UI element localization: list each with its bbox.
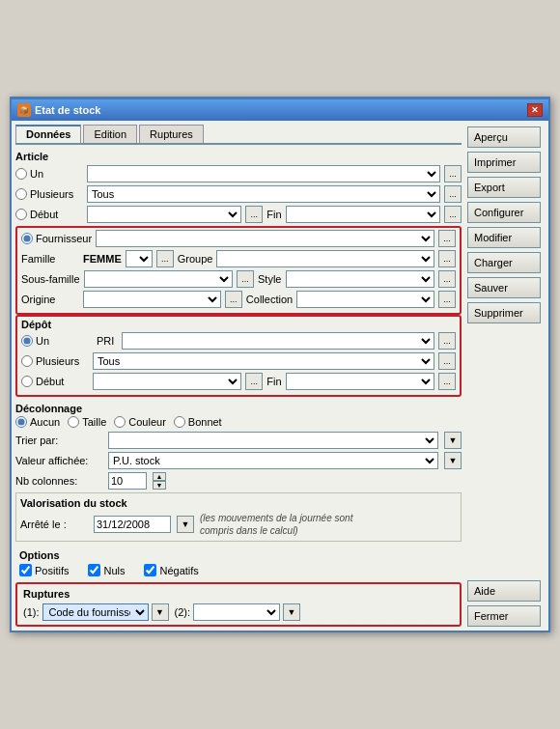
collection-dots[interactable]: ...: [438, 291, 456, 308]
right-panel: Aperçu Imprimer Export Configurer Modifi…: [467, 125, 545, 627]
article-plusieurs-select[interactable]: Tous: [87, 185, 440, 203]
positifs-checkbox[interactable]: [19, 564, 32, 576]
content-area: Données Edition Ruptures Article Un ...: [12, 121, 548, 631]
article-un-select[interactable]: [87, 165, 440, 182]
article-fournisseur-radio[interactable]: [21, 233, 33, 244]
rupture-dropdown-1[interactable]: ▼: [152, 603, 169, 621]
fin-label: Fin: [266, 209, 281, 220]
depot-debut-dots[interactable]: ...: [245, 373, 263, 390]
article-debut-option[interactable]: Début: [15, 209, 83, 220]
article-fin-dots[interactable]: ...: [444, 206, 462, 223]
famille-label: Famille: [21, 253, 79, 265]
fournisseur-dots[interactable]: ...: [438, 230, 456, 247]
decolonnage-section: Décolonnage Aucun Taille Couleur: [15, 403, 462, 428]
nb-colonnes-up[interactable]: ▲: [153, 472, 166, 481]
depot-debut-radio[interactable]: [21, 376, 33, 387]
article-un-row: Un ...: [15, 165, 462, 182]
style-label: Style: [258, 273, 281, 285]
ruptures-title: Ruptures: [23, 588, 454, 600]
depot-plusieurs-option[interactable]: Plusieurs: [21, 355, 89, 367]
sous-famille-select[interactable]: [84, 270, 234, 288]
depot-plusieurs-dots[interactable]: ...: [438, 352, 456, 370]
rupture-field2-label: (2):: [175, 606, 191, 618]
configurer-button[interactable]: Configurer: [467, 202, 541, 223]
decolonnage-taille-radio[interactable]: [68, 416, 79, 428]
imprimer-button[interactable]: Imprimer: [467, 152, 541, 173]
depot-un-select[interactable]: [122, 332, 434, 350]
article-debut-select[interactable]: [87, 206, 241, 223]
charger-button[interactable]: Charger: [467, 252, 541, 273]
depot-fin-dots[interactable]: ...: [438, 373, 456, 390]
groupe-dots[interactable]: ...: [438, 250, 456, 267]
negatifs-checkbox[interactable]: [144, 564, 156, 576]
article-un-radio[interactable]: [15, 168, 27, 180]
trier-par-select[interactable]: [108, 432, 438, 449]
arrete-input[interactable]: 31/12/2008: [94, 516, 171, 533]
positifs-option[interactable]: Positifs: [19, 564, 69, 576]
decolonnage-taille[interactable]: Taille: [68, 416, 106, 428]
title-bar: 📦 Etat de stock ✕: [12, 99, 548, 121]
rupture-dropdown-2[interactable]: ▼: [283, 603, 300, 621]
decolonnage-aucun-radio[interactable]: [15, 416, 27, 428]
article-fournisseur-option[interactable]: Fournisseur: [21, 233, 92, 244]
nb-colonnes-down[interactable]: ▼: [153, 481, 166, 490]
origine-dots[interactable]: ...: [225, 291, 242, 308]
famille-dots[interactable]: ...: [156, 250, 174, 267]
nuls-option[interactable]: Nuls: [88, 564, 125, 576]
decolonnage-aucun[interactable]: Aucun: [15, 416, 60, 428]
valeur-affichee-select[interactable]: P.U. stock: [108, 452, 438, 469]
article-un-option[interactable]: Un: [15, 168, 83, 180]
depot-debut-select[interactable]: [93, 373, 241, 390]
decolonnage-bonnet-radio[interactable]: [174, 416, 185, 428]
article-debut-dots[interactable]: ...: [245, 206, 263, 223]
valorisation-title: Valorisation du stock: [20, 497, 457, 509]
modifier-button[interactable]: Modifier: [467, 227, 541, 248]
arrete-dropdown[interactable]: ▼: [177, 516, 194, 533]
nuls-checkbox[interactable]: [88, 564, 100, 576]
sauver-button[interactable]: Sauver: [467, 277, 541, 298]
tab-edition[interactable]: Edition: [83, 125, 137, 143]
close-button[interactable]: ✕: [527, 103, 543, 117]
depot-un-dots[interactable]: ...: [438, 332, 456, 350]
depot-un-option[interactable]: Un: [21, 335, 89, 347]
export-button[interactable]: Export: [467, 177, 541, 198]
article-plusieurs-dots[interactable]: ...: [444, 185, 462, 203]
fournisseur-select[interactable]: [96, 230, 434, 247]
depot-plusieurs-radio[interactable]: [21, 355, 33, 367]
style-dots[interactable]: ...: [438, 270, 456, 288]
decolonnage-couleur-radio[interactable]: [114, 416, 126, 428]
depot-debut-option[interactable]: Début: [21, 376, 89, 387]
left-panel: Données Edition Ruptures Article Un ...: [15, 125, 462, 627]
decolonnage-bonnet[interactable]: Bonnet: [174, 416, 222, 428]
valeur-affichee-dropdown[interactable]: ▼: [444, 452, 462, 469]
article-un-dots[interactable]: ...: [444, 165, 462, 182]
sous-famille-dots[interactable]: ...: [237, 270, 254, 288]
article-plusieurs-radio[interactable]: [15, 188, 27, 200]
article-plusieurs-option[interactable]: Plusieurs: [15, 188, 83, 200]
article-debut-radio[interactable]: [15, 209, 27, 220]
groupe-select[interactable]: [216, 250, 434, 267]
famille-select[interactable]: [126, 250, 153, 267]
decolonnage-couleur[interactable]: Couleur: [114, 416, 166, 428]
depot-un-radio[interactable]: [21, 335, 33, 347]
tab-ruptures[interactable]: Ruptures: [139, 125, 204, 143]
supprimer-button[interactable]: Supprimer: [467, 302, 541, 323]
rupture-field1-label: (1):: [23, 606, 40, 618]
negatifs-option[interactable]: Négatifs: [144, 564, 198, 576]
nb-colonnes-input[interactable]: 10: [108, 472, 147, 490]
trier-par-dropdown[interactable]: ▼: [444, 432, 462, 449]
positifs-label: Positifs: [35, 565, 69, 576]
collection-select[interactable]: [296, 291, 434, 308]
rupture-select-2[interactable]: [193, 603, 280, 621]
aide-button[interactable]: Aide: [467, 580, 541, 602]
rupture-select-1[interactable]: Code du fournisseur: [42, 603, 149, 621]
tab-donnees[interactable]: Données: [15, 125, 81, 143]
depot-title: Dépôt: [21, 319, 456, 330]
fermer-button[interactable]: Fermer: [467, 605, 541, 627]
article-fin-select[interactable]: [286, 206, 440, 223]
depot-fin-select[interactable]: [286, 373, 434, 390]
origine-select[interactable]: [83, 291, 221, 308]
style-select[interactable]: [286, 270, 435, 288]
apercu-button[interactable]: Aperçu: [467, 126, 541, 148]
depot-plusieurs-select[interactable]: Tous: [93, 352, 434, 370]
